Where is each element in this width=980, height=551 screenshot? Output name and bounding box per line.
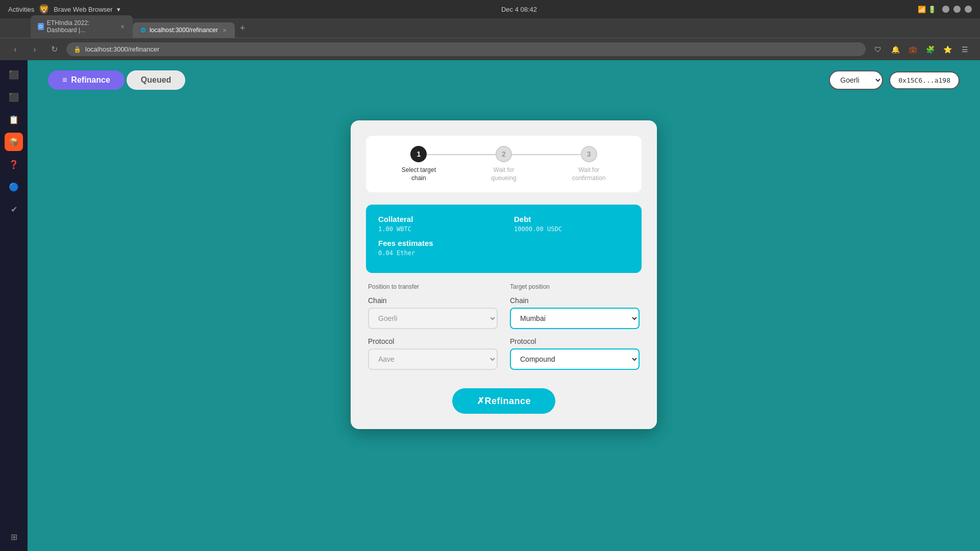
step-3: 3 Wait forconfirmation [546, 146, 631, 182]
fees-info: Fees estimates 0.04 Ether [378, 239, 629, 257]
stepper: 1 Select targetchain 2 Wait forqueueing … [366, 136, 642, 192]
main-content: ≡ Refinance Queued Goerli Mumbai Mainnet… [28, 60, 980, 551]
minimize-button[interactable] [942, 6, 949, 13]
queued-nav-pill[interactable]: Queued [127, 70, 186, 90]
maximize-button[interactable] [953, 6, 961, 13]
debt-label: Debt [514, 215, 629, 223]
title-bar-left: Activities 🦁 Brave Web Browser ▾ [8, 4, 120, 15]
refinance-nav-pill[interactable]: ≡ Refinance [48, 70, 125, 90]
forward-button[interactable]: › [28, 42, 42, 57]
title-bar: Activities 🦁 Brave Web Browser ▾ Dec 4 0… [0, 0, 980, 18]
url-display: localhost:3000/refinancer [85, 45, 159, 53]
queued-label: Queued [141, 76, 172, 85]
form-columns: Position to transfer Chain Goerli Mumbai… [368, 283, 640, 378]
menu-icon[interactable]: ☰ [958, 42, 972, 57]
target-protocol-select[interactable]: Compound Aave [510, 348, 640, 370]
step-1-circle: 1 [410, 146, 427, 162]
collateral-value: 1.00 WBTC [378, 226, 494, 233]
debt-value: 10000.00 USDC [514, 226, 629, 233]
position-to-transfer-label: Position to transfer [368, 283, 498, 290]
close-button[interactable] [965, 6, 972, 13]
source-protocol-select[interactable]: Aave Compound [368, 348, 498, 370]
step-3-circle: 3 [581, 146, 597, 162]
tab-1[interactable]: D ETHIndia 2022: Dashboard |... ✕ [31, 15, 133, 38]
xrefinance-button-container: ✗Refinance [368, 388, 640, 414]
tab-2-close[interactable]: ✕ [221, 27, 228, 34]
lock-icon: 🔒 [74, 46, 81, 53]
xrefinance-button[interactable]: ✗Refinance [452, 388, 555, 414]
refinance-icon: ≡ [62, 76, 67, 85]
modal-container: 1 Select targetchain 2 Wait forqueueing … [28, 110, 980, 439]
info-row-1: Collateral 1.00 WBTC Debt 10000.00 USDC [378, 215, 629, 233]
sidebar-vscode-icon[interactable]: ⬛ [5, 88, 23, 106]
collateral-label: Collateral [378, 215, 494, 223]
refinance-label: Refinance [71, 76, 110, 85]
tab-1-favicon: D [38, 23, 44, 30]
nav-pills: ≡ Refinance Queued [48, 70, 185, 90]
shield-icon[interactable]: 🛡 [871, 42, 885, 57]
step-3-label: Wait forconfirmation [572, 166, 605, 182]
wallet-address-display: 0x15C6...a198 [889, 71, 960, 89]
step-1-label: Select targetchain [402, 166, 436, 182]
back-button[interactable]: ‹ [8, 42, 22, 57]
wallet-icon[interactable]: 💼 [905, 42, 920, 57]
notification-icon[interactable]: 🔔 [888, 42, 902, 57]
fees-label: Fees estimates [378, 239, 629, 247]
tab-2-label: localhost:3000/refinancer [150, 27, 218, 34]
source-column: Position to transfer Chain Goerli Mumbai… [368, 283, 498, 378]
browser-chrome: Activities 🦁 Brave Web Browser ▾ Dec 4 0… [0, 0, 980, 60]
target-chain-select[interactable]: Mumbai Goerli Mainnet [510, 308, 640, 329]
sidebar-chrome-icon[interactable]: 🔵 [5, 178, 23, 196]
app-header: ≡ Refinance Queued Goerli Mumbai Mainnet… [28, 60, 980, 100]
debt-info: Debt 10000.00 USDC [514, 215, 629, 233]
datetime-display: Dec 4 08:42 [501, 6, 537, 13]
sidebar-help-icon[interactable]: ❓ [5, 155, 23, 173]
new-tab-button[interactable]: + [235, 19, 251, 38]
left-sidebar: ⬛ ⬛ 📋 📦 ❓ 🔵 ✔ ⊞ [0, 60, 28, 551]
sidebar-tasks-icon[interactable]: ✔ [5, 200, 23, 218]
tab-1-label: ETHIndia 2022: Dashboard |... [47, 19, 116, 34]
step-2: 2 Wait forqueueing [461, 146, 547, 182]
reload-button[interactable]: ↻ [47, 42, 61, 57]
address-bar[interactable]: 🔒 localhost:3000/refinancer [66, 42, 866, 56]
info-row-2: Fees estimates 0.04 Ether [378, 239, 629, 257]
target-protocol-label: Protocol [510, 337, 640, 345]
source-chain-label: Chain [368, 296, 498, 305]
title-bar-right: 📶 🔋 [918, 6, 972, 13]
dropdown-arrow: ▾ [117, 6, 120, 13]
target-position-label: Target position [510, 283, 640, 290]
collateral-info: Collateral 1.00 WBTC [378, 215, 494, 233]
target-column: Target position Chain Mumbai Goerli Main… [510, 283, 640, 378]
nav-icons-right: 🛡 🔔 💼 🧩 ⭐ ☰ [871, 42, 972, 57]
system-icons: 📶 🔋 [918, 6, 936, 13]
sidebar-files-icon[interactable]: 📋 [5, 110, 23, 129]
target-chain-label: Chain [510, 296, 640, 305]
brave-logo: 🦁 [38, 4, 50, 15]
sidebar-snap-icon[interactable]: 📦 [5, 133, 23, 151]
nav-bar: ‹ › ↻ 🔒 localhost:3000/refinancer 🛡 🔔 💼 … [0, 38, 980, 60]
network-select[interactable]: Goerli Mumbai Mainnet [829, 70, 883, 90]
extensions-icon[interactable]: 🧩 [923, 42, 937, 57]
info-panel: Collateral 1.00 WBTC Debt 10000.00 USDC … [366, 205, 642, 273]
fees-value: 0.04 Ether [378, 249, 629, 257]
source-protocol-label: Protocol [368, 337, 498, 345]
tab-2-favicon: 🌐 [140, 27, 146, 34]
step-1: 1 Select targetchain [376, 146, 461, 182]
tab-1-close[interactable]: ✕ [119, 23, 126, 30]
step-2-label: Wait forqueueing [491, 166, 516, 182]
window-controls [942, 6, 972, 13]
header-right: Goerli Mumbai Mainnet 0x15C6...a198 [829, 70, 960, 90]
bookmark-icon[interactable]: ⭐ [940, 42, 954, 57]
step-2-circle: 2 [496, 146, 512, 162]
sidebar-terminal-icon[interactable]: ⬛ [5, 65, 23, 84]
modal-card: 1 Select targetchain 2 Wait forqueueing … [351, 120, 657, 429]
tab-2[interactable]: 🌐 localhost:3000/refinancer ✕ [133, 22, 235, 38]
tab-bar: D ETHIndia 2022: Dashboard |... ✕ 🌐 loca… [0, 18, 980, 38]
sidebar-grid-icon[interactable]: ⊞ [5, 528, 23, 546]
activities-label: Activities [8, 6, 34, 13]
brave-browser-label: Brave Web Browser [54, 6, 112, 13]
form-section: Position to transfer Chain Goerli Mumbai… [366, 283, 642, 414]
source-chain-select[interactable]: Goerli Mumbai [368, 308, 498, 329]
